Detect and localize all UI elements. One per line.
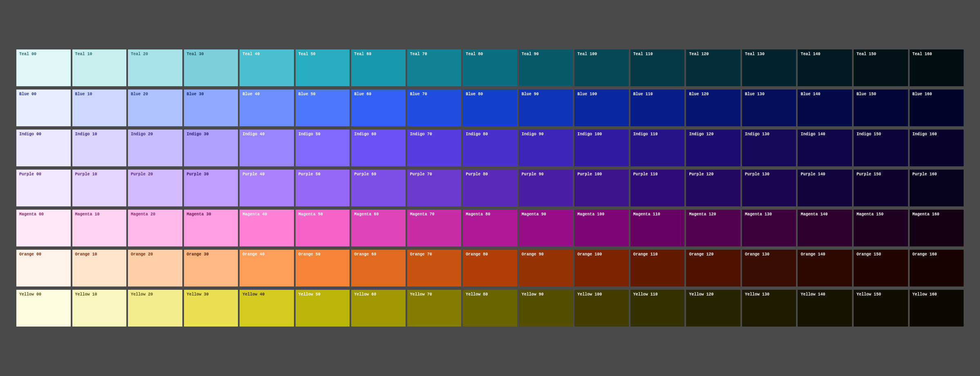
swatch-blue-80[interactable]: Blue 80 [463,90,517,126]
swatch-magenta-80[interactable]: Magenta 80 [463,210,517,246]
swatch-magenta-90[interactable]: Magenta 90 [519,210,573,246]
swatch-purple-90[interactable]: Purple 90 [519,170,573,206]
swatch-magenta-130[interactable]: Magenta 130 [742,210,796,246]
swatch-indigo-50[interactable]: Indigo 50 [296,130,350,166]
swatch-blue-150[interactable]: Blue 150 [854,90,908,126]
swatch-teal-160[interactable]: Teal 160 [910,49,964,86]
swatch-orange-40[interactable]: Orange 40 [240,250,294,286]
swatch-blue-110[interactable]: Blue 110 [630,90,685,126]
swatch-blue-50[interactable]: Blue 50 [296,90,350,126]
swatch-blue-40[interactable]: Blue 40 [240,90,294,126]
swatch-teal-150[interactable]: Teal 150 [854,49,908,86]
swatch-teal-60[interactable]: Teal 60 [351,49,406,86]
swatch-teal-130[interactable]: Teal 130 [742,49,796,86]
swatch-purple-140[interactable]: Purple 140 [798,170,852,206]
swatch-purple-10[interactable]: Purple 10 [72,170,127,206]
swatch-orange-150[interactable]: Orange 150 [854,250,908,286]
swatch-magenta-110[interactable]: Magenta 110 [630,210,685,246]
swatch-indigo-160[interactable]: Indigo 160 [910,130,964,166]
swatch-blue-70[interactable]: Blue 70 [407,90,462,126]
swatch-teal-140[interactable]: Teal 140 [798,49,852,86]
swatch-purple-50[interactable]: Purple 50 [296,170,350,206]
swatch-magenta-40[interactable]: Magenta 40 [240,210,294,246]
swatch-indigo-70[interactable]: Indigo 70 [407,130,462,166]
swatch-teal-20[interactable]: Teal 20 [128,49,182,86]
swatch-purple-100[interactable]: Purple 100 [574,170,629,206]
swatch-indigo-90[interactable]: Indigo 90 [519,130,573,166]
swatch-magenta-70[interactable]: Magenta 70 [407,210,462,246]
swatch-indigo-60[interactable]: Indigo 60 [351,130,406,166]
swatch-orange-00[interactable]: Orange 00 [16,250,71,286]
swatch-blue-30[interactable]: Blue 30 [184,90,238,126]
swatch-purple-30[interactable]: Purple 30 [184,170,238,206]
swatch-magenta-60[interactable]: Magenta 60 [351,210,406,246]
swatch-magenta-00[interactable]: Magenta 00 [16,210,71,246]
swatch-orange-130[interactable]: Orange 130 [742,250,796,286]
swatch-orange-120[interactable]: Orange 120 [686,250,740,286]
swatch-indigo-80[interactable]: Indigo 80 [463,130,517,166]
swatch-orange-80[interactable]: Orange 80 [463,250,517,286]
swatch-purple-150[interactable]: Purple 150 [854,170,908,206]
swatch-yellow-40[interactable]: Yellow 40 [240,290,294,327]
swatch-yellow-130[interactable]: Yellow 130 [742,290,796,327]
swatch-indigo-120[interactable]: Indigo 120 [686,130,740,166]
swatch-orange-30[interactable]: Orange 30 [184,250,238,286]
swatch-orange-20[interactable]: Orange 20 [128,250,182,286]
swatch-magenta-10[interactable]: Magenta 10 [72,210,127,246]
swatch-magenta-20[interactable]: Magenta 20 [128,210,182,246]
swatch-blue-120[interactable]: Blue 120 [686,90,740,126]
swatch-blue-20[interactable]: Blue 20 [128,90,182,126]
swatch-purple-00[interactable]: Purple 00 [16,170,71,206]
swatch-orange-110[interactable]: Orange 110 [630,250,685,286]
swatch-blue-140[interactable]: Blue 140 [798,90,852,126]
swatch-teal-30[interactable]: Teal 30 [184,49,238,86]
swatch-yellow-10[interactable]: Yellow 10 [72,290,127,327]
swatch-magenta-140[interactable]: Magenta 140 [798,210,852,246]
swatch-blue-10[interactable]: Blue 10 [72,90,127,126]
swatch-teal-110[interactable]: Teal 110 [630,49,685,86]
swatch-yellow-90[interactable]: Yellow 90 [519,290,573,327]
swatch-purple-110[interactable]: Purple 110 [630,170,685,206]
swatch-magenta-100[interactable]: Magenta 100 [574,210,629,246]
swatch-orange-90[interactable]: Orange 90 [519,250,573,286]
swatch-yellow-70[interactable]: Yellow 70 [407,290,462,327]
swatch-purple-40[interactable]: Purple 40 [240,170,294,206]
swatch-indigo-10[interactable]: Indigo 10 [72,130,127,166]
swatch-blue-100[interactable]: Blue 100 [574,90,629,126]
swatch-indigo-130[interactable]: Indigo 130 [742,130,796,166]
swatch-teal-50[interactable]: Teal 50 [296,49,350,86]
swatch-magenta-50[interactable]: Magenta 50 [296,210,350,246]
swatch-magenta-120[interactable]: Magenta 120 [686,210,740,246]
swatch-purple-130[interactable]: Purple 130 [742,170,796,206]
swatch-blue-00[interactable]: Blue 00 [16,90,71,126]
swatch-orange-50[interactable]: Orange 50 [296,250,350,286]
swatch-blue-130[interactable]: Blue 130 [742,90,796,126]
swatch-teal-70[interactable]: Teal 70 [407,49,462,86]
swatch-orange-100[interactable]: Orange 100 [574,250,629,286]
swatch-teal-00[interactable]: Teal 00 [16,49,71,86]
swatch-yellow-30[interactable]: Yellow 30 [184,290,238,327]
swatch-indigo-20[interactable]: Indigo 20 [128,130,182,166]
swatch-teal-120[interactable]: Teal 120 [686,49,740,86]
swatch-blue-160[interactable]: Blue 160 [910,90,964,126]
swatch-magenta-150[interactable]: Magenta 150 [854,210,908,246]
swatch-indigo-110[interactable]: Indigo 110 [630,130,685,166]
swatch-orange-160[interactable]: Orange 160 [910,250,964,286]
swatch-teal-90[interactable]: Teal 90 [519,49,573,86]
swatch-teal-10[interactable]: Teal 10 [72,49,127,86]
swatch-teal-80[interactable]: Teal 80 [463,49,517,86]
swatch-purple-120[interactable]: Purple 120 [686,170,740,206]
swatch-yellow-160[interactable]: Yellow 160 [910,290,964,327]
swatch-blue-90[interactable]: Blue 90 [519,90,573,126]
swatch-orange-70[interactable]: Orange 70 [407,250,462,286]
swatch-teal-40[interactable]: Teal 40 [240,49,294,86]
swatch-orange-10[interactable]: Orange 10 [72,250,127,286]
swatch-purple-70[interactable]: Purple 70 [407,170,462,206]
swatch-yellow-50[interactable]: Yellow 50 [296,290,350,327]
swatch-blue-60[interactable]: Blue 60 [351,90,406,126]
swatch-yellow-20[interactable]: Yellow 20 [128,290,182,327]
swatch-yellow-60[interactable]: Yellow 60 [351,290,406,327]
swatch-yellow-120[interactable]: Yellow 120 [686,290,740,327]
swatch-yellow-110[interactable]: Yellow 110 [630,290,685,327]
swatch-teal-100[interactable]: Teal 100 [574,49,629,86]
